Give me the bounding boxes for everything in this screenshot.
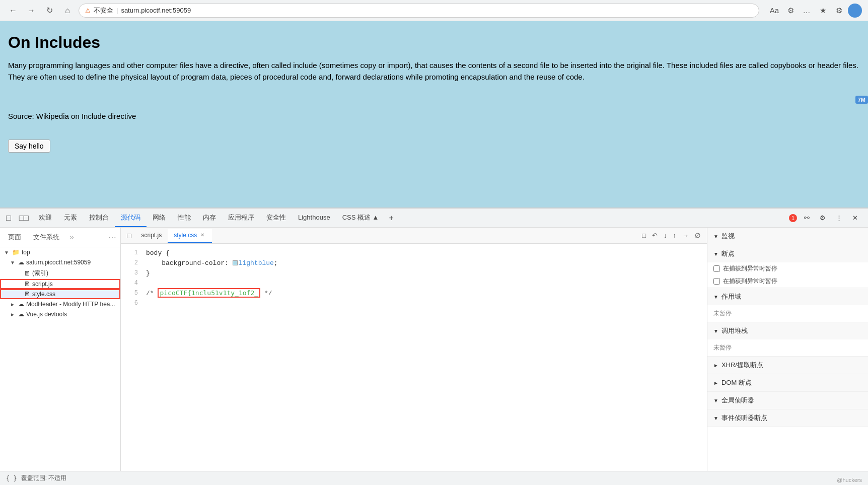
code-toolbar-up[interactable]: ↑ bbox=[671, 230, 679, 241]
tree-label-top: top bbox=[22, 249, 30, 256]
tab-memory[interactable]: 内存 bbox=[197, 209, 222, 227]
add-tab-button[interactable]: + bbox=[385, 212, 397, 225]
devtools-panel: □ □□ 欢迎 元素 控制台 源代码 网络 性能 内存 应用程序 安全性 Lig… bbox=[0, 207, 868, 485]
tab-lighthouse[interactable]: Lighthouse bbox=[292, 210, 336, 226]
user-avatar[interactable] bbox=[848, 4, 862, 18]
xhr-section: ► XHR/提取断点 bbox=[707, 357, 868, 374]
code-content-area: 1 body { 2 background-color: lightblue; … bbox=[121, 244, 707, 471]
sidebar-tab-page[interactable]: 页面 bbox=[4, 231, 25, 244]
code-panel: □ script.js style.css ✕ □ ↶ ↓ ↑ → ∅ bbox=[121, 228, 707, 471]
address-bar[interactable]: ⚠ 不安全 | saturn.picoctf.net:59059 bbox=[79, 4, 759, 18]
tab-console[interactable]: 控制台 bbox=[83, 209, 115, 227]
page-source-text: Source: Wikipedia on Include directive bbox=[8, 112, 860, 120]
footer-coverage-text: 覆盖范围: 不适用 bbox=[21, 474, 67, 482]
tab-css-overview[interactable]: CSS 概述 ▲ bbox=[336, 209, 385, 227]
refresh-button[interactable]: ↻ bbox=[42, 4, 56, 18]
right-panel: ▼ 监视 ▼ 断点 在捕获到异常时暂停 bbox=[707, 228, 868, 471]
global-label: 全局侦听器 bbox=[721, 396, 754, 405]
extensions-button[interactable]: ⚙ bbox=[783, 4, 798, 18]
dom-header[interactable]: ► DOM 断点 bbox=[707, 374, 868, 391]
comment-open: /* bbox=[146, 290, 158, 297]
xhr-header[interactable]: ► XHR/提取断点 bbox=[707, 357, 868, 374]
code-tab-stylecss[interactable]: style.css ✕ bbox=[168, 229, 212, 243]
devtools-settings-btn[interactable]: ⚙ bbox=[816, 212, 830, 224]
event-header[interactable]: ▼ 事件侦听器断点 bbox=[707, 409, 868, 427]
code-toolbar-format[interactable]: □ bbox=[639, 230, 648, 241]
tree-item-vuedevtools[interactable]: ► ☁ Vue.js devtools bbox=[0, 309, 120, 319]
code-toolbar-undo[interactable]: ↶ bbox=[649, 230, 660, 241]
favorites-button[interactable]: ★ bbox=[816, 4, 830, 18]
scope-header[interactable]: ▼ 作用域 bbox=[707, 288, 868, 305]
event-section: ▼ 事件侦听器断点 bbox=[707, 409, 868, 427]
devtools-inspect-btn[interactable]: □ bbox=[2, 212, 15, 225]
file-icon-index: 🖹 bbox=[24, 270, 30, 277]
more-button[interactable]: … bbox=[800, 4, 814, 18]
home-button[interactable]: ⌂ bbox=[60, 4, 75, 18]
breakpoints-arrow: ▼ bbox=[713, 251, 718, 257]
color-value: lightblue bbox=[239, 259, 274, 267]
breakpoint-exception-uncaught[interactable]: 在捕获到异常时暂停 bbox=[713, 277, 777, 286]
tree-item-index[interactable]: ▶ 🖹 (索引) bbox=[0, 267, 120, 279]
settings-button[interactable]: ⚙ bbox=[832, 4, 846, 18]
back-button[interactable]: ← bbox=[6, 4, 20, 18]
tab-sources[interactable]: 源代码 bbox=[115, 209, 147, 227]
code-tab-scriptjs[interactable]: script.js bbox=[135, 229, 168, 243]
folder-icon-top: 📁 bbox=[12, 249, 20, 256]
code-tab-stylecss-close[interactable]: ✕ bbox=[199, 232, 206, 238]
sidebar-options-btn[interactable]: ⋯ bbox=[108, 233, 116, 242]
url-text: saturn.picoctf.net:59059 bbox=[121, 7, 191, 14]
line-content-1: body { bbox=[146, 249, 170, 257]
code-tab-bar: □ script.js style.css ✕ □ ↶ ↓ ↑ → ∅ bbox=[121, 228, 707, 244]
footer-braces-icon[interactable]: { } bbox=[6, 475, 17, 482]
tab-elements[interactable]: 元素 bbox=[58, 209, 83, 227]
tab-welcome[interactable]: 欢迎 bbox=[33, 209, 58, 227]
sidebar-more-btn[interactable]: » bbox=[69, 233, 74, 242]
code-toolbar-next[interactable]: → bbox=[680, 230, 691, 241]
seven-m-badge: 7M bbox=[855, 96, 868, 104]
scope-section: ▼ 作用域 未暂停 bbox=[707, 288, 868, 322]
global-header[interactable]: ▼ 全局侦听器 bbox=[707, 392, 868, 409]
code-tab-stylecss-label: style.css bbox=[174, 232, 197, 239]
breakpoint-exception-caught[interactable]: 在捕获到异常时暂停 bbox=[713, 264, 777, 273]
scope-arrow: ▼ bbox=[713, 294, 718, 300]
breakpoint-row-1: 在捕获到异常时暂停 bbox=[707, 262, 868, 275]
sidebar-tab-filesystem[interactable]: 文件系统 bbox=[29, 231, 63, 244]
color-swatch[interactable] bbox=[233, 260, 238, 265]
forward-button[interactable]: → bbox=[24, 4, 38, 18]
code-line-6: 6 bbox=[121, 298, 707, 308]
tree-item-origin[interactable]: ▼ ☁ saturn.picoctf.net:59059 bbox=[0, 257, 120, 267]
tree-label-stylecss: style.css bbox=[32, 291, 55, 298]
error-badge: 1 bbox=[789, 214, 797, 222]
line-num-3: 3 bbox=[123, 269, 138, 276]
tree-item-top[interactable]: ▼ 📁 top bbox=[0, 247, 120, 257]
line-num-5: 5 bbox=[123, 290, 138, 297]
tree-item-scriptjs[interactable]: ▶ 🖹 script.js bbox=[0, 279, 120, 289]
tab-network[interactable]: 网络 bbox=[147, 209, 172, 227]
reader-mode-button[interactable]: Aa bbox=[767, 4, 781, 18]
tree-label-vuedevtools: Vue.js devtools bbox=[26, 311, 67, 318]
tree-item-stylecss[interactable]: ▶ 🖹 style.css bbox=[0, 289, 120, 299]
tab-application[interactable]: 应用程序 bbox=[222, 209, 260, 227]
callstack-status: 未暂停 bbox=[707, 339, 868, 356]
devtools-close-btn[interactable]: ✕ bbox=[848, 212, 862, 224]
line-num-4: 4 bbox=[123, 280, 138, 287]
devtools-more-btn[interactable]: ⋮ bbox=[832, 212, 846, 224]
code-toolbar-down[interactable]: ↓ bbox=[661, 230, 670, 241]
tab-security[interactable]: 安全性 bbox=[260, 209, 292, 227]
tree-label-index: (索引) bbox=[32, 269, 48, 278]
cloud-icon-vuedevtools: ☁ bbox=[18, 311, 24, 318]
callstack-header[interactable]: ▼ 调用堆栈 bbox=[707, 322, 868, 339]
say-hello-button[interactable]: Say hello bbox=[8, 140, 50, 153]
code-collapse-btn[interactable]: □ bbox=[123, 230, 135, 242]
code-toolbar-deactivate[interactable]: ∅ bbox=[692, 230, 703, 241]
devtools-responsive-btn[interactable]: □□ bbox=[15, 212, 33, 225]
watch-header[interactable]: ▼ 监视 bbox=[707, 228, 868, 245]
tree-item-modheader[interactable]: ► ☁ ModHeader - Modify HTTP hea... bbox=[0, 299, 120, 309]
breakpoint-exception-uncaught-checkbox[interactable] bbox=[713, 278, 720, 285]
sources-sidebar: 页面 文件系统 » ⋯ ▼ 📁 top ▼ ☁ saturn.picoctf.n… bbox=[0, 228, 121, 471]
devtools-settings-link-btn[interactable]: ⚯ bbox=[800, 212, 814, 224]
tab-performance[interactable]: 性能 bbox=[172, 209, 197, 227]
breakpoints-header[interactable]: ▼ 断点 bbox=[707, 245, 868, 262]
breakpoints-label: 断点 bbox=[721, 249, 735, 258]
breakpoint-exception-caught-checkbox[interactable] bbox=[713, 265, 720, 272]
